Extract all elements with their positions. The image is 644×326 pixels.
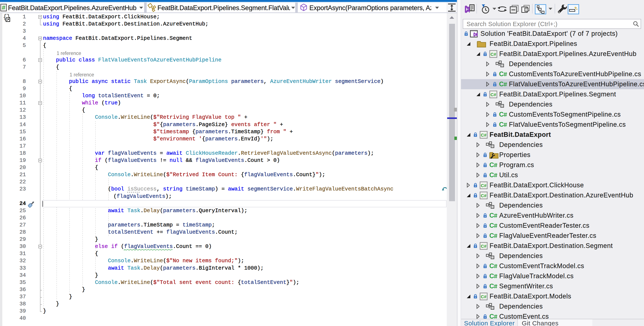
svg-text:C: C [490, 172, 494, 178]
svg-text:C#: C# [490, 92, 496, 97]
svg-text:C#: C# [481, 133, 486, 138]
svg-text:C: C [490, 162, 494, 168]
svg-text:C: C [490, 212, 494, 219]
svg-text:C#: C# [481, 193, 486, 198]
svg-text:C: C [499, 81, 504, 88]
svg-text:C: C [490, 283, 494, 290]
svg-text:C: C [490, 233, 494, 239]
svg-text:C#: C# [481, 294, 486, 299]
svg-text:C: C [490, 222, 494, 229]
svg-text:C#: C# [490, 52, 496, 57]
svg-text:C: C [490, 273, 494, 280]
svg-text:C: C [499, 71, 504, 77]
svg-text:C#: C# [481, 244, 486, 249]
svg-text:C#: C# [481, 183, 486, 188]
svg-text:C: C [499, 121, 504, 128]
svg-text:C: C [490, 263, 494, 269]
svg-text:C: C [499, 111, 504, 118]
svg-text:#: # [2, 4, 6, 11]
